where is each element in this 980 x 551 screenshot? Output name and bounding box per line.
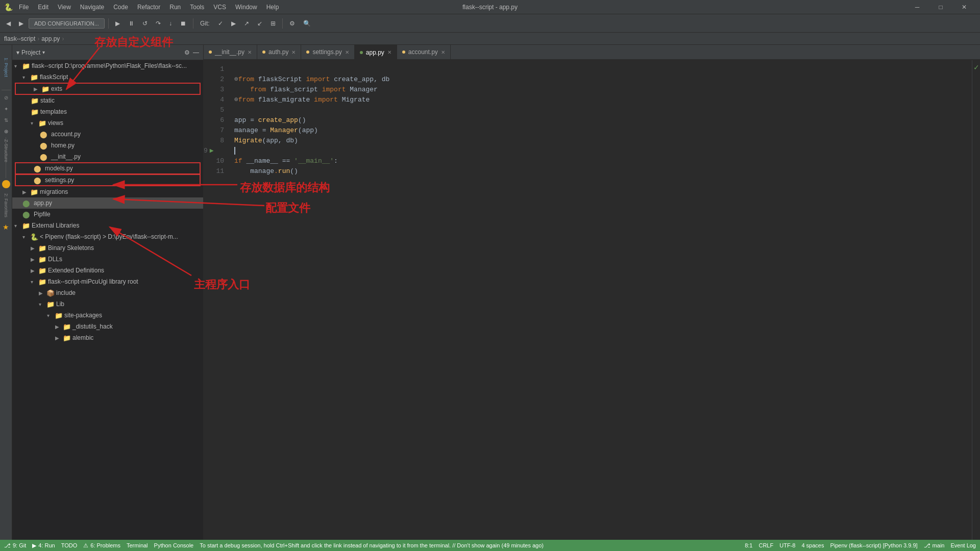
panel-dropdown-icon[interactable]: ▾ <box>42 49 45 55</box>
tree-migrations[interactable]: ▶ 📁 migrations <box>12 186 203 197</box>
tree-pipenv[interactable]: ▾ 🐍 < Pipenv (flask--script) > D:\pyEnv\… <box>12 231 203 242</box>
tree-dlls[interactable]: ▶ 📁 DLLs <box>12 254 203 265</box>
star-icon[interactable]: ★ <box>2 223 10 231</box>
close-button[interactable]: ✕ <box>952 0 976 14</box>
tree-flaskScript[interactable]: ▾ 📁 flaskScript <box>12 71 203 83</box>
tree-pipfile[interactable]: ⬤ Pipfile <box>12 209 203 220</box>
tree-root[interactable]: ▾ 📁 flask--script D:\programme\Python\Fl… <box>12 60 203 71</box>
menu-help[interactable]: Help <box>262 3 283 12</box>
terminal-status[interactable]: Terminal <box>127 542 148 548</box>
tree-init-py[interactable]: ⬤ __init__.py <box>12 151 203 162</box>
panel-close-icon[interactable]: — <box>193 49 199 56</box>
pause-button[interactable]: ⏸ <box>125 18 137 29</box>
tree-external-libs[interactable]: ▾ 📁 External Libraries <box>12 220 203 231</box>
tree-settings-py[interactable]: ⬤ settings.py <box>15 174 200 186</box>
menu-run[interactable]: Run <box>165 3 185 12</box>
breadcrumb-file[interactable]: app.py <box>41 35 60 42</box>
tree-exts[interactable]: ▶ 📁 exts <box>15 83 200 94</box>
maximize-button[interactable]: □ <box>929 0 952 14</box>
tree-lib[interactable]: ▾ 📁 Lib <box>12 298 203 310</box>
tab-init[interactable]: __init__.py ✕ <box>204 45 257 59</box>
git-pull-button[interactable]: ↗ <box>241 18 252 29</box>
step-into-button[interactable]: ↓ <box>166 18 175 29</box>
settings-button[interactable]: ⚙ <box>286 18 298 29</box>
code-content[interactable]: ⊕from flaskScript import create_app, db … <box>228 60 972 540</box>
tab-close-auth[interactable]: ✕ <box>291 49 296 55</box>
stop-button[interactable]: ⏹ <box>177 18 189 29</box>
tree-label-dlls: DLLs <box>48 256 62 263</box>
menu-edit[interactable]: Edit <box>34 3 53 12</box>
git-commit-button[interactable]: ✓ <box>215 18 226 29</box>
tree-arrow-lib: ▾ <box>39 302 45 307</box>
code-editor[interactable]: 1 2 3 4 5 6 7 8 9 ▶ 10 11 ⊕from flaskScr… <box>204 60 980 540</box>
todo-status[interactable]: TODO <box>61 542 78 548</box>
menu-code[interactable]: Code <box>109 3 132 12</box>
tree-views[interactable]: ▾ 📁 views <box>12 117 203 129</box>
tab-account[interactable]: account.py ✕ <box>397 45 451 59</box>
tree-app-py[interactable]: ⬤ app.py <box>12 197 203 209</box>
event-log[interactable]: Event Log <box>950 542 976 548</box>
menu-vcs[interactable]: VCS <box>209 3 230 12</box>
tree-models-py[interactable]: ⬤ models.py <box>15 163 200 174</box>
github-icon[interactable]: ⊛ <box>2 127 10 135</box>
menu-tools[interactable]: Tools <box>186 3 208 12</box>
indent-settings[interactable]: 4 spaces <box>801 542 824 548</box>
step-over-button[interactable]: ↷ <box>153 18 164 29</box>
tab-close-app[interactable]: ✕ <box>387 49 391 55</box>
branch-info[interactable]: ⎇ main <box>924 542 945 549</box>
panel-settings-icon[interactable]: ⚙ <box>184 49 190 56</box>
git-status[interactable]: ⎇ 9: Git <box>4 542 26 549</box>
interpreter-info[interactable]: Pipenv (flask--script) [Python 3.9.9] <box>830 542 917 548</box>
search-button[interactable]: 🔍 <box>300 18 314 29</box>
tree-binary-skeletons[interactable]: ▶ 📁 Binary Skeletons <box>12 242 203 254</box>
problems-status[interactable]: ⚠ 6: Problems <box>83 542 120 549</box>
tree-home-py[interactable]: ⬤ home.py <box>12 140 203 151</box>
tree-static[interactable]: 📁 static <box>12 95 203 106</box>
run-button[interactable]: ▶ <box>112 18 123 29</box>
tree-distutils-hack[interactable]: ▶ 📁 _distutils_hack <box>12 321 203 332</box>
favorites-button[interactable]: 2: Favorites <box>4 190 9 221</box>
tab-label-account: account.py <box>408 48 438 56</box>
cursor-position[interactable]: 8:1 <box>745 542 752 548</box>
menu-window[interactable]: Window <box>231 3 261 12</box>
tab-auth[interactable]: auth.py ✕ <box>257 45 301 59</box>
tab-close-settings[interactable]: ✕ <box>345 49 349 55</box>
menu-refactor[interactable]: Refactor <box>133 3 164 12</box>
tree-include[interactable]: ▶ 📦 include <box>12 287 203 298</box>
toolbar-back[interactable]: ◀ <box>3 18 14 29</box>
add-configuration-button[interactable]: ADD CONFIGURATION... <box>29 18 105 29</box>
tree-alembic[interactable]: ▶ 📁 alembic <box>12 332 203 343</box>
structure-view-button[interactable]: Z-Structure <box>6 137 6 178</box>
reload-button[interactable]: ↺ <box>139 18 151 29</box>
commit-icon[interactable]: ✦ <box>2 105 10 113</box>
minimize-button[interactable]: ─ <box>905 0 929 14</box>
tree-flask-lib-root[interactable]: ▾ 📁 flask--script-miPcuUgi library root <box>12 276 203 287</box>
tree-account-py[interactable]: ⬤ account.py <box>12 129 203 140</box>
menu-file[interactable]: File <box>15 3 33 12</box>
encoding[interactable]: UTF-8 <box>779 542 795 548</box>
python-console-status[interactable]: Python Console <box>154 542 194 548</box>
tree-site-packages[interactable]: ▾ 📁 site-packages <box>12 310 203 321</box>
tab-app[interactable]: app.py ✕ <box>355 45 397 59</box>
tree-label-site-packages: site-packages <box>64 312 102 319</box>
breadcrumb-project[interactable]: flask--script <box>4 35 35 42</box>
git-branches-button[interactable]: ⊞ <box>267 18 279 29</box>
run-status[interactable]: ▶ 4: Run <box>32 542 55 549</box>
toolbar-forward[interactable]: ▶ <box>16 18 27 29</box>
menu-navigate[interactable]: Navigate <box>76 3 108 12</box>
menu-view[interactable]: View <box>54 3 75 12</box>
line-ending-label: CRLF <box>758 542 773 548</box>
git-icon[interactable]: ⊘ <box>2 93 10 102</box>
tree-extended-defs[interactable]: ▶ 📁 Extended Definitions <box>12 265 203 276</box>
tab-close-account[interactable]: ✕ <box>441 49 445 55</box>
tab-settings[interactable]: settings.py ✕ <box>301 45 354 59</box>
pullrequest-icon[interactable]: ⇅ <box>2 116 10 124</box>
project-view-button[interactable]: 1: Project <box>4 47 9 88</box>
panel-collapse-icon[interactable]: ▾ <box>16 49 19 56</box>
tab-close-init[interactable]: ✕ <box>248 49 252 55</box>
git-push-button[interactable]: ▶ <box>228 18 239 29</box>
git-fetch-button[interactable]: ↙ <box>254 18 265 29</box>
line-ending[interactable]: CRLF <box>758 542 773 548</box>
tree-arrow-root: ▾ <box>14 63 20 69</box>
tree-templates[interactable]: 📁 templates <box>12 106 203 117</box>
